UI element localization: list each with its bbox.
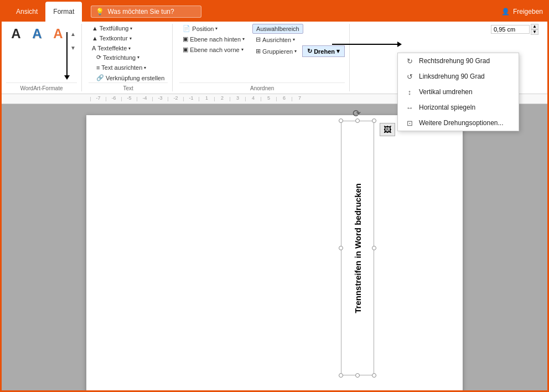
ruler-mark: -5 bbox=[121, 97, 137, 101]
dropdown-item-horizontal[interactable]: ↔ Horizontal spiegeln bbox=[398, 104, 519, 115]
ruler-mark: -2 bbox=[168, 97, 183, 101]
textbox-content: Trennstreifen in Word bedrucken bbox=[341, 121, 374, 375]
ruler-mark: 3 bbox=[230, 97, 245, 101]
text-group-label: Text bbox=[89, 82, 168, 91]
ebene-vorne-icon: ▣ bbox=[183, 46, 188, 53]
ruler-mark: 1 bbox=[199, 97, 214, 101]
ruler-mark: 4 bbox=[245, 97, 261, 101]
ebene-vorne-button[interactable]: ▣ Ebene nach vorne ▾ bbox=[179, 45, 246, 54]
tab-ansicht[interactable]: Ansicht bbox=[8, 2, 45, 22]
auswahlbereich-button[interactable]: Auswahlbereich bbox=[252, 24, 303, 34]
ruler-mark: 5 bbox=[261, 97, 276, 101]
size-row: ▲ ▼ bbox=[491, 24, 538, 35]
size-input[interactable] bbox=[491, 25, 530, 34]
drehen-dropdown-menu: ↻ Rechtsdrehung 90 Grad ↺ Linksdrehung 9… bbox=[397, 104, 519, 131]
ebene-hinten-icon: ▣ bbox=[183, 35, 188, 43]
gruppieren-icon: ⊞ bbox=[256, 48, 261, 55]
text-row-2: ▲ Textkontur ▾ bbox=[89, 34, 168, 43]
share-icon: 👤 bbox=[501, 8, 510, 16]
dropdown-item-weitere[interactable]: ⊡ Weitere Drehungsoptionen... bbox=[398, 115, 519, 131]
horizontal-icon: ↔ bbox=[405, 104, 415, 112]
rotate-handle[interactable]: ⟳ bbox=[353, 107, 361, 116]
texteffekte-icon: A bbox=[92, 45, 96, 51]
ribbon-group-text: ▲ Textfüllung ▾ ▲ Textkontur ▾ A Tex bbox=[89, 24, 173, 91]
position-button[interactable]: 📄 Position ▾ bbox=[179, 24, 221, 33]
ribbon-group-anordnen: 📄 Position ▾ ▣ Ebene nach hinten ▾ bbox=[179, 24, 350, 91]
ebene-hinten-button[interactable]: ▣ Ebene nach hinten ▾ bbox=[179, 34, 248, 44]
textrichtung-button[interactable]: ⟳ Textrichtung ▾ bbox=[93, 53, 143, 62]
text-ausrichten-button[interactable]: ≡ Text ausrichten ▾ bbox=[93, 63, 149, 72]
drehen-button[interactable]: ↻ Drehen ▾ bbox=[302, 45, 345, 57]
ruler-mark: -1 bbox=[183, 97, 199, 101]
ruler-mark: -7 bbox=[90, 97, 106, 101]
anordnen-content: 📄 Position ▾ ▣ Ebene nach hinten ▾ bbox=[179, 24, 345, 82]
textfuellung-button[interactable]: ▲ Textfüllung ▾ bbox=[89, 24, 136, 33]
textfuellung-icon: ▲ bbox=[92, 25, 98, 32]
text-row-3: A Texteffekte ▾ bbox=[89, 44, 168, 53]
text-row-1: ▲ Textfüllung ▾ bbox=[89, 24, 168, 33]
page-canvas: ⟳ Trennstreifen in Word bedrucken 🖼 bbox=[2, 104, 547, 392]
ausrichten-button[interactable]: ⊟ Ausrichten ▾ bbox=[252, 35, 298, 44]
ruler-mark: -4 bbox=[137, 97, 152, 101]
texteffekte-button[interactable]: A Texteffekte ▾ bbox=[89, 44, 134, 53]
search-bar[interactable]: 💡 Was möchten Sie tun? bbox=[91, 6, 201, 18]
search-icon: 💡 bbox=[96, 8, 104, 16]
size-spinner[interactable]: ▲ ▼ bbox=[531, 24, 538, 35]
ruler-mark: 6 bbox=[276, 97, 292, 101]
gruppieren-button[interactable]: ⊞ Gruppieren ▾ bbox=[252, 47, 300, 56]
drehen-icon: ↻ bbox=[307, 48, 312, 55]
ruler-mark: -3 bbox=[152, 97, 168, 101]
anordnen-col1: 📄 Position ▾ ▣ Ebene nach hinten ▾ bbox=[179, 24, 248, 82]
title-bar: Ansicht Format 💡 Was möchten Sie tun? 👤 … bbox=[2, 2, 547, 22]
anordnen-group-label: Anordnen bbox=[179, 82, 345, 91]
caret2-icon: ▾ bbox=[130, 36, 132, 41]
ausrichten-icon: ⊟ bbox=[256, 36, 261, 43]
image-placeholder[interactable]: 🖼 bbox=[380, 123, 395, 136]
textrichtung-icon: ⟳ bbox=[96, 54, 101, 61]
main-area: ⟳ Trennstreifen in Word bedrucken 🖼 bbox=[2, 104, 547, 392]
caret3-icon: ▾ bbox=[128, 46, 131, 51]
share-button[interactable]: 👤 Freigeben bbox=[501, 8, 543, 16]
text-ausrichten-icon: ≡ bbox=[96, 64, 100, 71]
text-buttons: ▲ Textfüllung ▾ ▲ Textkontur ▾ A Tex bbox=[89, 24, 168, 53]
ruler-mark: -6 bbox=[106, 97, 121, 101]
textkontur-button[interactable]: ▲ Textkontur ▾ bbox=[89, 34, 135, 43]
ruler-mark: 7 bbox=[292, 97, 307, 101]
wordart-group-label: WordArt-Formate bbox=[6, 82, 77, 91]
caret-icon: ▾ bbox=[130, 26, 132, 31]
spin-down[interactable]: ▼ bbox=[531, 29, 538, 35]
arrow-horizontal bbox=[332, 44, 398, 45]
tab-format[interactable]: Format bbox=[45, 2, 82, 22]
textbox-container[interactable]: ⟳ Trennstreifen in Word bedrucken bbox=[341, 121, 374, 375]
verknuepfung-icon: 🔗 bbox=[96, 74, 104, 81]
weitere-icon: ⊡ bbox=[405, 118, 415, 128]
textkontur-icon: ▲ bbox=[92, 35, 98, 42]
wordart-style-2[interactable]: A bbox=[27, 24, 47, 44]
text-buttons-2: ⟳ Textrichtung ▾ ≡ Text ausrichten ▾ 🔗 bbox=[93, 53, 168, 82]
spin-up[interactable]: ▲ bbox=[531, 24, 538, 29]
textbox-text: Trennstreifen in Word bedrucken bbox=[353, 183, 362, 313]
position-icon: 📄 bbox=[183, 25, 190, 32]
share-label: Freigeben bbox=[513, 8, 543, 16]
ribbon-group-wordart: A A A ▲ ▼ WordArt-Formate bbox=[6, 24, 82, 91]
arrow-indicator-vertical bbox=[66, 32, 68, 76]
anordnen-col2: Auswahlbereich ⊟ Ausrichten ▾ bbox=[252, 24, 345, 82]
scroll-up-icon[interactable]: ▲ bbox=[69, 30, 77, 38]
word-page: ⟳ Trennstreifen in Word bedrucken 🖼 bbox=[86, 115, 463, 392]
verknuepfung-button[interactable]: 🔗 Verknüpfung erstellen bbox=[93, 73, 168, 82]
wordart-style-1[interactable]: A bbox=[6, 24, 26, 44]
search-placeholder: Was möchten Sie tun? bbox=[107, 8, 174, 16]
tab-bar: Ansicht Format bbox=[8, 2, 82, 22]
ruler-marks: -7 -6 -5 -4 -3 -2 -1 1 2 3 4 5 6 7 bbox=[90, 97, 307, 101]
ruler-mark: 2 bbox=[214, 97, 230, 101]
wordart-style-3[interactable]: A bbox=[48, 24, 68, 44]
